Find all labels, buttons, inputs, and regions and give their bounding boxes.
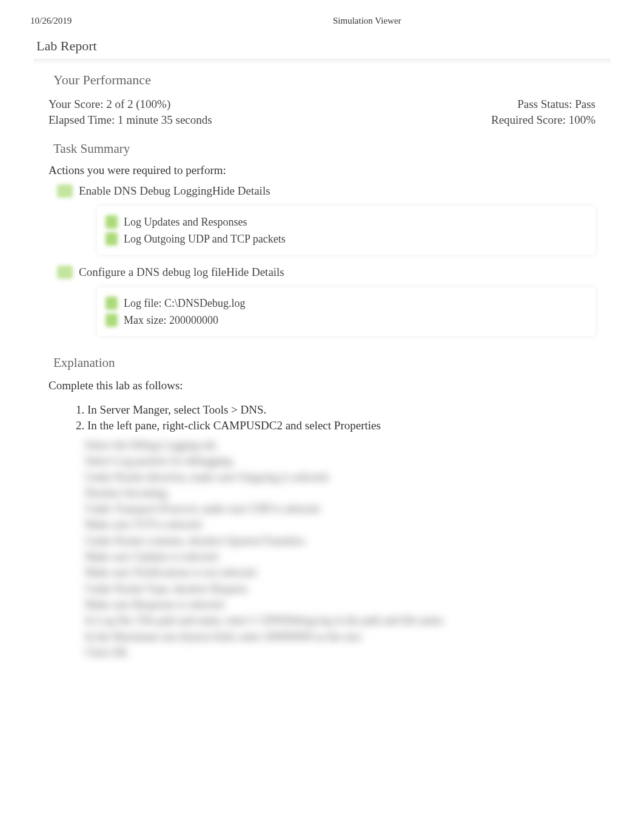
check-icon (57, 266, 73, 279)
detail-row: Log Updates and Responses (106, 213, 587, 230)
hide-details-link[interactable]: Hide Details (212, 184, 270, 198)
blurred-line: Under Packet direction, make sure Outgoi… (85, 469, 595, 485)
blurred-line: Click OK. (85, 645, 595, 660)
header-date: 10/26/2019 (30, 16, 311, 26)
task-row: Configure a DNS debug log file Hide Deta… (49, 263, 595, 284)
blurred-line: In Log file: File path and name, enter C… (85, 612, 595, 628)
blurred-line: Make sure TCP is selected. (85, 517, 595, 532)
detail-text: Log file: C:\DNSDebug.log (124, 297, 246, 310)
divider (33, 59, 611, 65)
task-details: Log file: C:\DNSDebug.log Max size: 2000… (97, 287, 595, 336)
detail-row: Log file: C:\DNSDebug.log (106, 295, 587, 312)
task-row: Enable DNS Debug Logging Hide Details (49, 182, 595, 203)
detail-row: Log Outgoing UDP and TCP packets (106, 230, 587, 247)
blurred-line: Make sure Response is selected. (85, 597, 595, 612)
blurred-line: Under Packet Type, deselect Request. (85, 581, 595, 597)
task-label: Configure a DNS debug log file (79, 266, 226, 279)
detail-row: Max size: 200000000 (106, 312, 587, 329)
blurred-line: Under Packet contents, deselect Queries/… (85, 533, 595, 549)
step-item: In Server Manger, select Tools > DNS. (87, 402, 595, 418)
step-item: In the left pane, right-click CAMPUSDC2 … (87, 418, 595, 434)
check-icon (106, 314, 118, 327)
check-icon (57, 184, 73, 198)
blurred-line: Under Transport Protocol, make sure UDP … (85, 501, 595, 517)
blurred-line: Make sure Updates is selected. (85, 549, 595, 565)
header-title: Simulation Viewer (311, 16, 614, 26)
task-label: Enable DNS Debug Logging (79, 184, 212, 198)
page-title: Lab Report (0, 26, 644, 59)
blurred-line: Make sure Notifications is not selected. (85, 565, 595, 580)
blurred-line: In the Maximum size (bytes) field, enter… (85, 629, 595, 645)
task-details: Log Updates and Responses Log Outgoing U… (97, 206, 595, 255)
blurred-line: Select the Debug Logging tab. (85, 437, 595, 453)
blurred-steps: Select the Debug Logging tab. Select Log… (49, 434, 595, 660)
blurred-line: Deselect Incoming. (85, 485, 595, 501)
elapsed-time: Elapsed Time: 1 minute 35 seconds (49, 113, 212, 127)
required-score: Required Score: 100% (491, 113, 595, 127)
task-summary-heading: Task Summary (49, 128, 595, 164)
score-label: Your Score: 2 of 2 (100%) (49, 98, 170, 111)
blurred-line: Select Log packets for debugging. (85, 453, 595, 469)
check-icon (106, 215, 118, 229)
explanation-intro: Complete this lab as follows: (49, 379, 595, 402)
steps-list: In Server Manger, select Tools > DNS. In… (49, 402, 595, 434)
detail-text: Max size: 200000000 (124, 314, 218, 327)
check-icon (106, 297, 118, 310)
explanation-heading: Explanation (49, 344, 595, 379)
pass-status: Pass Status: Pass (517, 98, 595, 111)
detail-text: Log Outgoing UDP and TCP packets (124, 233, 286, 246)
performance-heading: Your Performance (49, 65, 595, 96)
check-icon (106, 232, 118, 246)
hide-details-link[interactable]: Hide Details (226, 266, 284, 279)
actions-header: Actions you were required to perform: (49, 164, 595, 182)
detail-text: Log Updates and Responses (124, 216, 247, 229)
